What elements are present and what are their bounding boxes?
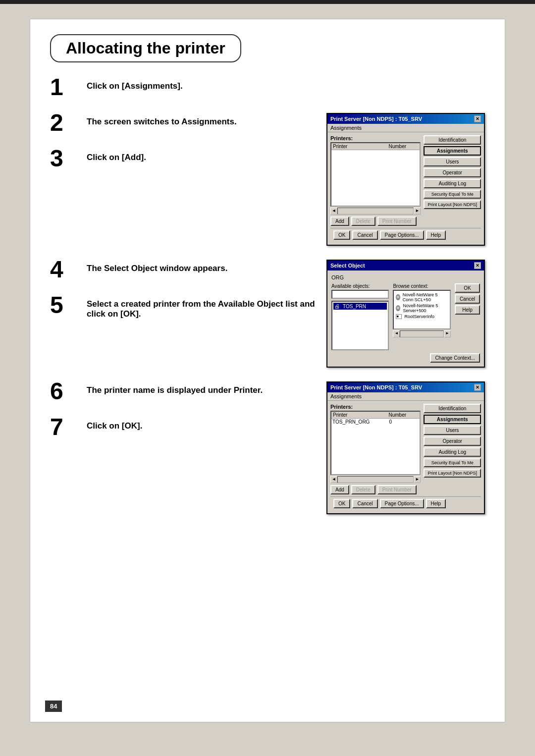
dialog3-sidebar-assignments[interactable]: Assignments xyxy=(424,415,481,424)
step-text-4: The Select Object window appears. xyxy=(87,260,317,273)
browse-context-label: Browse context: xyxy=(393,283,450,289)
sidebar-btn-users[interactable]: Users xyxy=(424,157,481,166)
dialog1-sidebar: Identification Assignments Users Operato… xyxy=(424,135,481,226)
change-context-button[interactable]: Change Context... xyxy=(430,353,480,363)
browse-scroll-right[interactable]: ► xyxy=(444,330,451,337)
dialog1-print-number-button[interactable]: Print Number xyxy=(377,216,417,226)
select-dialog-close-button[interactable]: ✕ xyxy=(474,262,481,269)
steps-2-3-section: 2 The screen switches to Assignments. 3 … xyxy=(50,113,485,246)
top-bar xyxy=(0,0,535,4)
dialog1-help-button[interactable]: Help xyxy=(426,230,446,240)
browse-scroll-left[interactable]: ◄ xyxy=(393,330,400,337)
sidebar-btn-print-layout[interactable]: Print Layout [Non NDPS] xyxy=(424,200,481,209)
step-number-2: 2 xyxy=(50,111,80,135)
dialog3-scroll-right[interactable]: ► xyxy=(414,476,421,483)
dialog3-sidebar: Identification Assignments Users Operato… xyxy=(424,404,481,494)
scroll-right-btn[interactable]: ► xyxy=(414,208,421,215)
dialog3-sidebar-users[interactable]: Users xyxy=(424,426,481,435)
dialog3-print-number-button[interactable]: Print Number xyxy=(377,485,417,494)
browse-context-list[interactable]: ⊕ Novell-NetWare 5 Conn SCL+50 ⊕ Novell-… xyxy=(393,290,450,329)
dialog3-delete-button[interactable]: Delete xyxy=(351,485,375,494)
sidebar-btn-operator[interactable]: Operator xyxy=(424,168,481,177)
dialog3-action-buttons: Add Delete Print Number xyxy=(330,485,421,494)
select-item-tos-prn[interactable]: 🖨 TOS_PRN xyxy=(333,303,387,310)
doc-icon: ■ xyxy=(396,314,402,319)
sidebar-btn-assignments[interactable]: Assignments xyxy=(424,146,481,156)
dialog1-col-number: Number xyxy=(388,144,418,149)
steps-left-1: 2 The screen switches to Assignments. 3 … xyxy=(50,113,317,246)
dialog1-listbox[interactable]: Printer Number xyxy=(330,142,421,207)
dialog1-add-button[interactable]: Add xyxy=(330,216,349,226)
dialog3-sidebar-auditing[interactable]: Auditing Log xyxy=(424,447,481,457)
step-text-7: Click on [OK]. xyxy=(87,417,317,431)
dialog1-bottom-buttons: OK Cancel Page Options... Help xyxy=(330,228,481,242)
print-server-dialog-3: Print Server [Non NDPS] : T05_SRV ✕ Assi… xyxy=(326,381,485,514)
dialog1-page-options-button[interactable]: Page Options... xyxy=(380,230,424,240)
select-left-col: Available objects: 🖨 TOS_PRN xyxy=(331,283,389,350)
dialog3-add-button[interactable]: Add xyxy=(330,485,349,494)
step-number-6: 6 xyxy=(50,379,80,403)
dialog3-container: Print Server [Non NDPS] : T05_SRV ✕ Assi… xyxy=(326,381,485,514)
browse-scroll: ◄ ► xyxy=(393,330,450,337)
select-ok-button[interactable]: OK xyxy=(455,283,480,293)
dialog3-sidebar-identification[interactable]: Identification xyxy=(424,404,481,413)
dialog3-menu: Assignments xyxy=(330,393,362,399)
available-objects-list[interactable]: 🖨 TOS_PRN xyxy=(331,301,389,350)
steps-left-2: 4 The Select Object window appears. 5 Se… xyxy=(50,260,317,368)
select-cancel-button[interactable]: Cancel xyxy=(455,294,480,304)
dialog3-sidebar-print-layout[interactable]: Print Layout [Non NDPS] xyxy=(424,469,481,478)
dialog1-body: Printers: Printer Number ◄ xyxy=(327,132,484,245)
select-org-label: ORG xyxy=(331,274,480,280)
step-number-5: 5 xyxy=(50,293,80,317)
dialog1-content-row: Printers: Printer Number ◄ xyxy=(330,135,481,226)
dialog1-menu-bar: Assignments xyxy=(327,124,484,132)
dialog1-cancel-button[interactable]: Cancel xyxy=(352,230,377,240)
dialog3-page-options-button[interactable]: Page Options... xyxy=(380,499,424,508)
dialog1-ok-button[interactable]: OK xyxy=(333,230,350,240)
dialog1-title-bar: Print Server [Non NDPS] : T05_SRV ✕ xyxy=(327,114,484,124)
dialog3-ok-button[interactable]: OK xyxy=(333,499,350,508)
dialog3-scroll-left[interactable]: ◄ xyxy=(330,476,337,483)
dialog1-container: Print Server [Non NDPS] : T05_SRV ✕ Assi… xyxy=(326,113,485,246)
dialog3-sidebar-security[interactable]: Security Equal To Me xyxy=(424,458,481,467)
dialog3-title: Print Server [Non NDPS] : T05_SRV xyxy=(330,384,422,390)
page-title: Allocating the printer xyxy=(66,39,225,57)
browse-scroll-bar[interactable] xyxy=(400,330,443,337)
dialog3-listbox[interactable]: Printer Number TOS_PRN_ORG 0 xyxy=(330,411,421,475)
print-server-dialog-1: Print Server [Non NDPS] : T05_SRV ✕ Assi… xyxy=(326,113,485,246)
dialog1-close-button[interactable]: ✕ xyxy=(474,115,481,122)
dialog3-col-number: Number xyxy=(388,412,418,418)
available-search-input[interactable] xyxy=(331,290,389,299)
scroll-bar[interactable] xyxy=(337,208,414,215)
dialog1-list-inner xyxy=(331,150,420,200)
select-dialog-buttons: OK Cancel Help xyxy=(455,283,480,350)
select-item-label: TOS_PRN xyxy=(343,304,366,309)
step-number-7: 7 xyxy=(50,415,80,439)
dialog1-title: Print Server [Non NDPS] : T05_SRV xyxy=(330,116,422,122)
browse-label-3: RootServerInfo xyxy=(404,314,434,319)
browse-label-2: Novell-NetWare 5 Server+500 xyxy=(403,303,447,313)
select-dialog-body: ORG Available objects: 🖨 TOS_PRN xyxy=(327,270,484,367)
dialog3-content-row: Printers: Printer Number TOS_PRN_ORG 0 xyxy=(330,404,481,494)
step-number-1: 1 xyxy=(50,75,80,99)
dialog3-close-button[interactable]: ✕ xyxy=(474,384,481,391)
dialog3-section-label: Printers: xyxy=(330,404,421,410)
sidebar-btn-security[interactable]: Security Equal To Me xyxy=(424,190,481,199)
scroll-left-btn[interactable]: ◄ xyxy=(330,208,337,215)
select-help-button[interactable]: Help xyxy=(455,305,480,315)
step-text-2: The screen switches to Assignments. xyxy=(87,113,317,127)
dialog1-delete-button[interactable]: Delete xyxy=(351,216,375,226)
browse-label-1: Novell-NetWare 5 Conn SCL+50 xyxy=(403,292,448,302)
dialog3-scroll-bar[interactable] xyxy=(337,476,414,483)
dialog3-sidebar-operator[interactable]: Operator xyxy=(424,436,481,446)
select-main-area: Available objects: 🖨 TOS_PRN Browse cont… xyxy=(331,283,480,350)
dialog3-help-button[interactable]: Help xyxy=(426,499,446,508)
dialog3-cancel-button[interactable]: Cancel xyxy=(352,499,377,508)
browse-item-1: ⊕ Novell-NetWare 5 Conn SCL+50 xyxy=(395,292,448,303)
select-bottom-area: Change Context... xyxy=(331,353,480,363)
dialog1-scroll-area: ◄ ► xyxy=(330,208,421,215)
dialog3-row-1[interactable]: TOS_PRN_ORG 0 xyxy=(331,419,420,425)
dialog3-title-bar: Print Server [Non NDPS] : T05_SRV ✕ xyxy=(327,382,484,392)
sidebar-btn-auditing-log[interactable]: Auditing Log xyxy=(424,179,481,188)
sidebar-btn-identification[interactable]: Identification xyxy=(424,135,481,145)
